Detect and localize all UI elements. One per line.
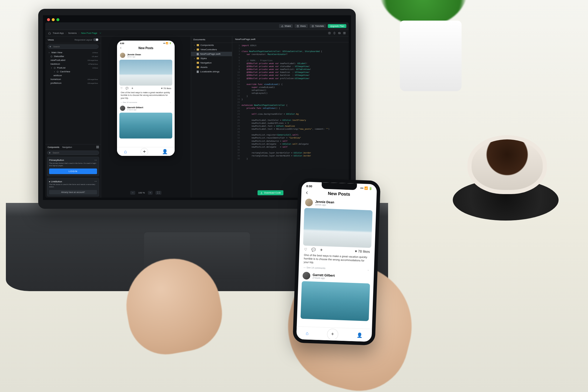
like-count[interactable]: ♥ 78 likes (355, 249, 370, 254)
image-icon[interactable] (338, 32, 341, 34)
tab-components[interactable]: Components (48, 146, 59, 148)
tab-bar: ⌂＋👤 (117, 147, 175, 156)
layout-split-icon[interactable] (328, 32, 331, 34)
comment-icon[interactable]: 💬 (311, 248, 316, 252)
tree-item-newpostlabel[interactable]: newPostLabelUIImageView (46, 58, 100, 62)
tab-navigation[interactable]: Navigation (62, 146, 72, 148)
heart-icon[interactable]: ♡ (304, 247, 307, 251)
left-rail: Views Responsive Layout Main ViewUIViewS… (45, 36, 101, 198)
share-button[interactable]: Share (279, 24, 293, 28)
tree-item-homeicon[interactable]: homeIconUIImageView (46, 77, 100, 81)
responsive-layout-toggle[interactable] (93, 38, 98, 41)
tab-bar: ⌂＋👤 (296, 326, 372, 342)
svg-rect-9 (98, 146, 99, 147)
post-author[interactable]: Jennie Dean10min ago (117, 51, 175, 59)
handheld-phone: 8:00••• 📶 🔋New PostsJennie Dean10min ago… (293, 178, 380, 345)
breadcrumb-project[interactable]: Travel App (53, 32, 64, 34)
code-editor[interactable]: 1import UIKit 2 3class NewPostPageViewCo… (232, 42, 349, 198)
add-post-fab[interactable]: ＋ (141, 148, 148, 156)
svg-rect-10 (96, 147, 97, 148)
zoom-in-button[interactable]: + (148, 191, 153, 195)
post-image[interactable] (303, 208, 372, 248)
home-tab-icon[interactable]: ⌂ (306, 331, 309, 336)
component-primary-button[interactable]: PrimaryButton⋯ The primary button that's… (47, 157, 99, 176)
profile-tab-icon[interactable]: 👤 (162, 149, 168, 154)
post-image[interactable] (119, 60, 172, 86)
tree-item-backicon[interactable]: backIconUITableView (46, 62, 100, 66)
design-canvas[interactable]: 8:00••• 📶 🔋New PostsJennie Dean10min ago… (101, 36, 191, 198)
zoom-fit-button[interactable]: ⛶ (156, 191, 161, 195)
profile-tab-icon[interactable]: 👤 (357, 332, 363, 338)
comment-icon[interactable]: 💬 (126, 87, 128, 90)
documents-title: Documents (191, 36, 232, 43)
tree-item-statusbar[interactable]: StatusBarUILabel (46, 54, 100, 58)
login-button-preview[interactable]: LOGIN (49, 169, 97, 174)
tutorials-button[interactable]: Tutorials (310, 24, 326, 28)
breadcrumb: Travel App › Screens › New Post Page (45, 30, 349, 36)
tree-item-postlist[interactable]: PostListUIView (46, 66, 100, 70)
back-icon[interactable] (119, 46, 122, 49)
component-link-button[interactable]: ▸ LinkButton⋯ The link button is used in… (47, 178, 99, 196)
grid-icon[interactable] (96, 146, 99, 149)
see-comments-link[interactable]: — See 14 comments (303, 266, 325, 270)
see-comments-link[interactable]: — See 14 comments (121, 101, 137, 103)
design-tool-app: Share Docs Tutorials Upgrade Plan Tr (45, 22, 349, 198)
like-count[interactable]: ♥ 78 likes (161, 87, 171, 90)
docs-item-viewcontrollers[interactable]: ViewControllers (191, 47, 232, 52)
avatar (303, 272, 310, 280)
share-icon[interactable]: ✈ (131, 87, 133, 90)
zoom-out-button[interactable]: − (130, 191, 135, 195)
docs-item-navigation[interactable]: Navigation (191, 61, 232, 65)
avatar (120, 106, 125, 111)
device-frame-icon[interactable] (333, 32, 336, 34)
docs-button[interactable]: Docs (295, 24, 308, 28)
share-icon[interactable]: ✈ (320, 248, 323, 252)
status-bar: 8:00••• 📶 🔋 (117, 41, 175, 46)
avatar (120, 53, 125, 58)
docs-item-localizable-strings[interactable]: Localizable.strings (191, 69, 232, 74)
home-tab-icon[interactable]: ⌂ (124, 149, 127, 154)
zoom-bar: − 100 % + ⛶ (130, 191, 161, 195)
chevron-down-icon[interactable]: ⌄ (367, 268, 369, 271)
docs-item-assets[interactable]: Assets (191, 65, 232, 69)
home-icon[interactable] (48, 32, 51, 34)
palette-search-input[interactable] (47, 151, 99, 155)
top-toolbar: Share Docs Tutorials Upgrade Plan (45, 22, 349, 30)
views-search-input[interactable] (48, 44, 98, 49)
docs-item-styles[interactable]: Styles (191, 56, 232, 61)
add-post-fab[interactable]: ＋ (327, 328, 338, 340)
phone-preview[interactable]: 8:00••• 📶 🔋New PostsJennie Dean10min ago… (117, 41, 175, 156)
tree-item-main view[interactable]: Main ViewUIView (46, 51, 100, 54)
components-palette: Components Navigation PrimaryButton⋯ The… (45, 144, 101, 198)
download-code-button[interactable]: Download Code (258, 190, 283, 195)
tree-item-profileicon[interactable]: profileIconUIImageView (46, 81, 100, 85)
code-file-tab[interactable]: NewPostPage.swift (232, 36, 349, 42)
link-button-preview[interactable]: Already have an account? (49, 190, 97, 194)
breadcrumb-page[interactable]: New Post Page (81, 32, 97, 34)
tree-item-addicon[interactable]: addIcon (46, 74, 100, 77)
macos-traffic-lights[interactable] (47, 18, 59, 21)
post-image[interactable] (300, 281, 370, 321)
views-panel-title: Views Responsive Layout (45, 36, 101, 43)
tree-item-cardview[interactable]: CardView (46, 70, 100, 74)
chevron-down-icon[interactable] (99, 32, 102, 34)
svg-rect-7 (345, 32, 345, 34)
svg-rect-8 (96, 146, 97, 147)
post-image[interactable] (119, 113, 172, 139)
upgrade-plan-button[interactable]: Upgrade Plan (328, 24, 346, 28)
docs-item-newpostpage-swift[interactable]: NewPostPage.swift (191, 52, 232, 56)
svg-rect-6 (343, 32, 344, 34)
chevron-down-icon[interactable]: ⌄ (170, 101, 171, 103)
docs-item-components[interactable]: Components (191, 43, 232, 47)
breadcrumb-section[interactable]: Screens (68, 32, 77, 34)
columns-icon[interactable] (343, 32, 346, 34)
heart-icon[interactable]: ♡ (121, 87, 123, 90)
post-author[interactable]: Garrett Gilbert2 hours ago (117, 104, 175, 112)
documents-panel: Documents ComponentsViewControllersNewPo… (191, 36, 232, 198)
back-icon[interactable] (305, 191, 309, 195)
zoom-value: 100 % (138, 191, 145, 194)
svg-rect-4 (338, 32, 340, 34)
code-pane: NewPostPage.swift 1import UIKit 2 3class… (232, 36, 349, 198)
svg-rect-11 (98, 147, 99, 148)
svg-rect-3 (334, 32, 335, 34)
